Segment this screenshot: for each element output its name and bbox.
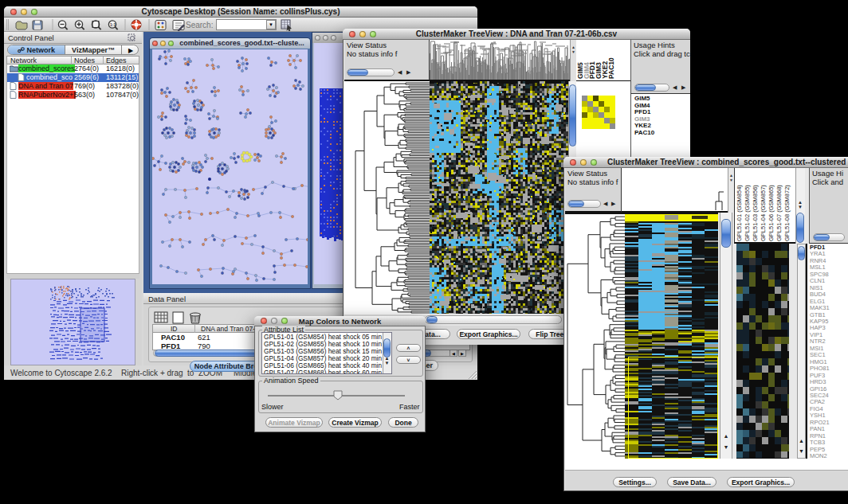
svg-text:GPL51-06 (GSM865): GPL51-06 (GSM865) [768, 185, 775, 241]
svg-text:PAC10: PAC10 [607, 57, 615, 79]
svg-text:GPL51-03 (GSM856): GPL51-03 (GSM856) [752, 185, 759, 241]
svg-text:GPL51-07 (GSM868): GPL51-07 (GSM868) [775, 185, 783, 241]
svg-text:1:1: 1:1 [110, 22, 116, 27]
svg-text:GPL51-04 (GSM857): GPL51-04 (GSM857) [760, 185, 767, 241]
svg-text:GPL51-01 (GSM854): GPL51-01 (GSM854) [736, 185, 743, 241]
svg-text:GPL51-02 (GSM855): GPL51-02 (GSM855) [744, 185, 751, 241]
svg-text:GPL51-08 (GSM872): GPL51-08 (GSM872) [783, 185, 791, 241]
